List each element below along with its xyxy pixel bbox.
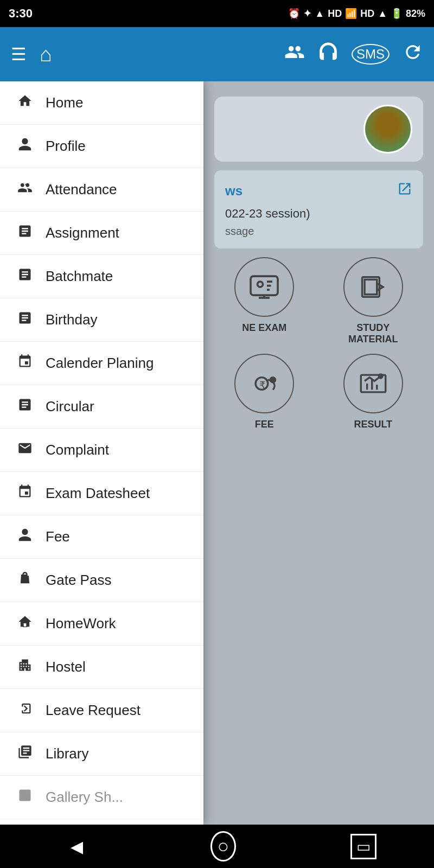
app-bar-right: SMS	[284, 42, 423, 67]
nav-item-fee[interactable]: Fee	[0, 515, 203, 559]
nav-label-hostel: Hostel	[46, 659, 86, 675]
nav-item-homework[interactable]: HomeWork	[0, 602, 203, 646]
refresh-icon[interactable]	[403, 42, 423, 67]
study-material-icon-circle	[343, 257, 403, 317]
news-session: 022-23 session)	[225, 207, 412, 221]
svg-point-15	[379, 374, 382, 378]
nav-item-exam-datesheet[interactable]: Exam Datesheet	[0, 472, 203, 515]
people-icon[interactable]	[284, 42, 305, 67]
time-display: 3:30	[9, 7, 33, 21]
main-content: ws 022-23 session) ssage	[203, 81, 434, 825]
homework-nav-icon	[15, 614, 35, 633]
nav-item-birthday[interactable]: Birthday	[0, 298, 203, 342]
recent-apps-button[interactable]: ▭	[350, 834, 376, 859]
online-exam-icon-circle	[234, 257, 294, 317]
nav-label-batchmate: Batchmate	[46, 268, 113, 285]
nav-label-gate-pass: Gate Pass	[46, 572, 111, 589]
profile-card	[214, 97, 423, 162]
menu-button[interactable]: ☰	[11, 44, 27, 65]
cell-signal-icon: ▲	[378, 8, 387, 20]
fee-icon-circle: ₹	[234, 354, 294, 413]
nav-label-calender: Calender Planing	[46, 355, 154, 372]
status-icons: ⏰ ✦ ▲ HD 📶 HD ▲ 🔋 82%	[288, 8, 425, 20]
nav-item-calender-planing[interactable]: Calender Planing	[0, 342, 203, 385]
fee-label: FEE	[255, 419, 274, 430]
quick-item-result[interactable]: RESULT	[323, 354, 424, 430]
quick-item-study-material[interactable]: STUDYMATERIAL	[323, 257, 424, 345]
nav-item-home[interactable]: Home	[0, 81, 203, 125]
nav-label-home: Home	[46, 94, 83, 111]
bluetooth-icon: ✦	[303, 8, 311, 20]
leave-request-nav-icon	[15, 701, 35, 720]
nav-item-profile[interactable]: Profile	[0, 125, 203, 168]
main-layout: Home Profile Attendance	[0, 81, 434, 825]
nav-label-birthday: Birthday	[46, 311, 97, 328]
quick-actions-row1: NE EXAM STUDYMATERIAL	[214, 257, 423, 345]
nav-item-leave-request[interactable]: Leave Request	[0, 689, 203, 732]
hd-badge: HD	[328, 8, 342, 20]
nav-item-batchmate[interactable]: Batchmate	[0, 255, 203, 298]
nav-label-library: Library	[46, 745, 88, 762]
svg-text:₹: ₹	[259, 380, 265, 391]
assignment-nav-icon	[15, 224, 35, 242]
nav-label-partial: Gallery Sh...	[46, 789, 123, 806]
nav-item-library[interactable]: Library	[0, 732, 203, 776]
battery-level: 82%	[406, 8, 425, 20]
quick-item-fee[interactable]: ₹ FEE	[214, 354, 315, 430]
birthday-nav-icon	[15, 310, 35, 329]
nav-item-circular[interactable]: Circular	[0, 385, 203, 429]
library-nav-icon	[15, 744, 35, 763]
profile-nav-icon	[15, 137, 35, 156]
svg-point-10	[271, 378, 276, 382]
status-bar: 3:30 ⏰ ✦ ▲ HD 📶 HD ▲ 🔋 82%	[0, 0, 434, 27]
partial-nav-icon	[15, 788, 35, 807]
avatar-image	[365, 106, 411, 152]
news-body-text: ssage	[225, 225, 412, 238]
news-header: ws	[225, 181, 412, 200]
wifi-icon: ▲	[315, 8, 324, 20]
nav-label-fee: Fee	[46, 528, 70, 545]
nav-item-complaint[interactable]: Complaint	[0, 429, 203, 472]
complaint-nav-icon	[15, 441, 35, 459]
nav-label-leave-request: Leave Request	[46, 702, 141, 719]
home-circle-button[interactable]: ○	[210, 831, 237, 861]
fee-nav-icon	[15, 527, 35, 546]
home-nav-icon	[15, 93, 35, 112]
nav-item-partial[interactable]: Gallery Sh...	[0, 776, 203, 819]
avatar	[363, 105, 412, 154]
batchmate-nav-icon	[15, 267, 35, 286]
signal-icon: 📶	[345, 8, 357, 20]
app-bar: ☰ ⌂ SMS	[0, 27, 434, 81]
svg-rect-6	[365, 279, 377, 294]
nav-label-exam-datesheet: Exam Datesheet	[46, 485, 150, 502]
result-label: RESULT	[354, 419, 392, 430]
svg-rect-1	[251, 276, 278, 295]
nav-item-hostel[interactable]: Hostel	[0, 646, 203, 689]
sms-icon[interactable]: SMS	[352, 44, 390, 65]
gate-pass-nav-icon	[15, 571, 35, 590]
quick-item-online-exam[interactable]: NE EXAM	[214, 257, 315, 345]
nav-label-assignment: Assignment	[46, 225, 119, 241]
online-exam-label: NE EXAM	[242, 322, 286, 334]
nav-label-profile: Profile	[46, 138, 86, 155]
quick-actions-row2: ₹ FEE	[214, 354, 423, 430]
nav-item-assignment[interactable]: Assignment	[0, 212, 203, 255]
nav-item-gate-pass[interactable]: Gate Pass	[0, 559, 203, 602]
home-button[interactable]: ⌂	[40, 43, 52, 66]
back-button[interactable]: ◀	[58, 831, 96, 863]
circular-nav-icon	[15, 397, 35, 416]
study-material-label: STUDYMATERIAL	[348, 322, 398, 345]
bottom-nav: ◀ ○ ▭	[0, 825, 434, 868]
external-link-icon[interactable]	[397, 181, 412, 200]
hd-badge2: HD	[360, 8, 374, 20]
attendance-nav-icon	[15, 180, 35, 199]
nav-item-attendance[interactable]: Attendance	[0, 168, 203, 212]
svg-point-4	[258, 282, 263, 287]
calender-nav-icon	[15, 354, 35, 373]
headset-icon[interactable]	[318, 42, 339, 67]
exam-datesheet-nav-icon	[15, 484, 35, 503]
hostel-nav-icon	[15, 658, 35, 676]
news-title: ws	[225, 183, 242, 199]
side-drawer: Home Profile Attendance	[0, 81, 203, 825]
nav-label-circular: Circular	[46, 398, 94, 415]
